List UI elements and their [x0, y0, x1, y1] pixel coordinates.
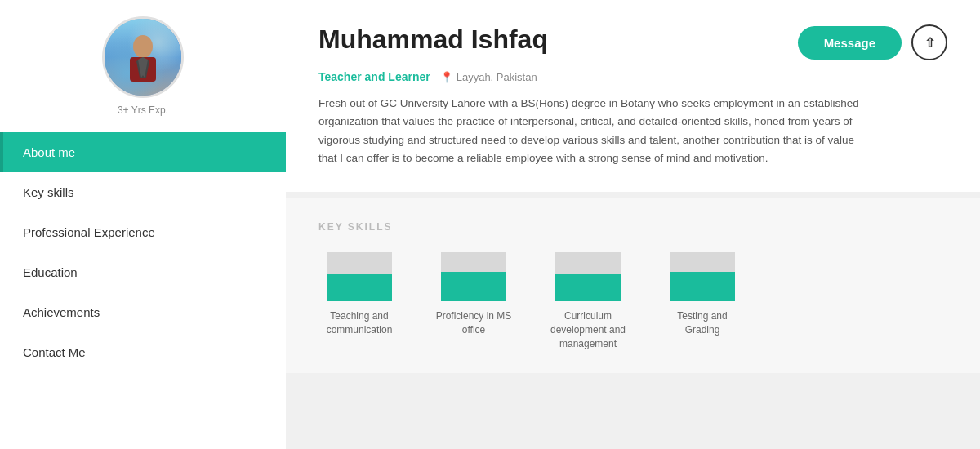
profile-bio: Fresh out of GC University Lahore with a… — [318, 95, 874, 167]
avatar-figure — [118, 30, 167, 91]
skill-item-teaching: Teaching and communication — [318, 252, 400, 350]
skill-label-teaching: Teaching and communication — [318, 309, 400, 337]
skill-label-curriculum: Curriculum development and management — [547, 309, 629, 350]
skill-label-ms-office: Proficiency in MS office — [433, 309, 514, 337]
message-button[interactable]: Message — [798, 26, 902, 60]
profile-title: Teacher and Learner — [318, 70, 430, 83]
skill-bar-curriculum — [555, 252, 621, 301]
skill-item-curriculum: Curriculum development and management — [547, 252, 629, 350]
skill-bar-ms-office — [441, 252, 506, 301]
sidebar-item-professional-experience[interactable]: Professional Experience — [0, 212, 286, 252]
share-icon: ⇧ — [924, 35, 935, 51]
skill-item-ms-office: Proficiency in MS office — [433, 252, 514, 350]
skills-grid: Teaching and communication Proficiency i… — [318, 252, 947, 350]
nav-menu: About me Key skills Professional Experie… — [0, 132, 286, 372]
sidebar: 3+ Yrs Exp. About me Key skills Professi… — [0, 0, 286, 449]
sidebar-item-key-skills[interactable]: Key skills — [0, 172, 286, 212]
skill-bar-testing — [670, 252, 735, 301]
sidebar-item-achievements[interactable]: Achievements — [0, 292, 286, 332]
skill-bar-teaching — [327, 252, 392, 301]
sidebar-item-contact-me[interactable]: Contact Me — [0, 332, 286, 372]
profile-actions: Message ⇧ — [798, 24, 947, 60]
sidebar-item-about-me[interactable]: About me — [0, 132, 286, 172]
svg-point-0 — [133, 35, 153, 58]
skill-label-testing: Testing and Grading — [662, 309, 743, 337]
profile-location: 📍 Layyah, Pakistan — [440, 71, 537, 83]
profile-subtitle: Teacher and Learner 📍 Layyah, Pakistan — [318, 70, 947, 83]
location-icon: 📍 — [440, 71, 453, 83]
skills-section: KEY SKILLS Teaching and communication Pr… — [286, 198, 980, 373]
main-content: Muhammad Ishfaq Message ⇧ Teacher and Le… — [286, 0, 980, 449]
sidebar-item-education[interactable]: Education — [0, 252, 286, 292]
profile-header: Muhammad Ishfaq Message ⇧ Teacher and Le… — [286, 0, 980, 192]
share-button[interactable]: ⇧ — [911, 24, 947, 60]
exp-label: 3+ Yrs Exp. — [118, 104, 168, 116]
skill-item-testing: Testing and Grading — [662, 252, 743, 350]
profile-top-row: Muhammad Ishfaq Message ⇧ — [318, 24, 947, 60]
profile-name: Muhammad Ishfaq — [318, 24, 548, 55]
skills-section-title: KEY SKILLS — [318, 221, 947, 233]
avatar — [102, 16, 184, 98]
